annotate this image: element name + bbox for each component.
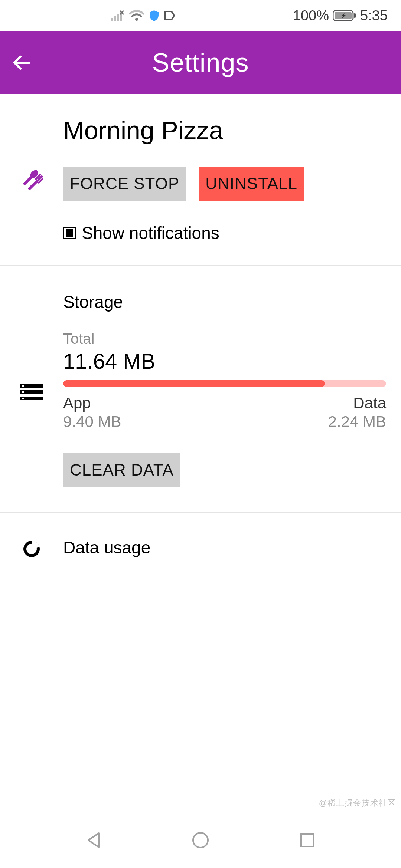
circle-home-icon (190, 830, 211, 850)
page-title: Settings (45, 48, 401, 78)
watermark: @稀土掘金技术社区 (319, 798, 396, 809)
storage-bar-fill (63, 380, 325, 387)
svg-rect-2 (117, 14, 119, 21)
show-notifications-label: Show notifications (82, 223, 219, 243)
nav-back-button[interactable] (81, 827, 107, 853)
svg-point-4 (135, 18, 138, 21)
battery-icon (333, 10, 356, 22)
clear-data-button[interactable]: CLEAR DATA (63, 453, 180, 487)
nav-home-button[interactable] (188, 827, 213, 853)
total-label: Total (63, 331, 386, 347)
status-right: 100% 5:35 (293, 8, 388, 24)
status-bar: 100% 5:35 (0, 0, 401, 31)
back-button[interactable] (0, 31, 45, 94)
data-size-value: 2.24 MB (328, 413, 386, 431)
force-stop-button[interactable]: FORCE STOP (63, 167, 186, 201)
storage-bar (63, 380, 386, 387)
app-actions: FORCE STOP UNINSTALL (63, 167, 386, 201)
app-name: Morning Pizza (63, 116, 386, 144)
data-usage-icon (22, 540, 41, 558)
arrow-left-icon (12, 52, 33, 73)
svg-rect-9 (23, 175, 33, 185)
content: Morning Pizza FORCE STOP UNINSTALL Show … (0, 94, 401, 558)
storage-app-col: App 9.40 MB (63, 394, 121, 431)
app-size-value: 9.40 MB (63, 413, 121, 431)
svg-rect-19 (301, 834, 314, 846)
show-notifications-toggle[interactable]: Show notifications (63, 223, 386, 243)
app-section: Morning Pizza FORCE STOP UNINSTALL Show … (0, 94, 401, 243)
no-signal-icon (111, 10, 124, 21)
app-size-label: App (63, 394, 121, 412)
status-left (111, 10, 175, 21)
data-usage-title: Data usage (63, 537, 386, 558)
svg-rect-14 (22, 385, 24, 387)
shield-icon (149, 10, 159, 21)
svg-rect-1 (114, 16, 116, 21)
square-recents-icon (297, 830, 317, 850)
storage-breakdown: App 9.40 MB Data 2.24 MB (63, 394, 386, 431)
restaurant-icon (20, 119, 43, 243)
system-nav-bar (0, 812, 401, 868)
wifi-icon (129, 10, 144, 21)
app-bar: Settings (0, 31, 401, 94)
checkbox-icon (63, 227, 76, 239)
storage-title: Storage (63, 292, 386, 312)
svg-rect-10 (27, 180, 38, 191)
data-size-label: Data (328, 394, 386, 412)
tag-icon (164, 10, 175, 21)
uninstall-button[interactable]: UNINSTALL (199, 167, 304, 201)
storage-section: Storage Total 11.64 MB App 9.40 MB Data … (0, 266, 401, 490)
svg-point-18 (193, 833, 208, 848)
svg-rect-16 (22, 398, 24, 399)
battery-percent: 100% (293, 8, 329, 24)
svg-rect-6 (354, 13, 356, 18)
svg-rect-15 (22, 391, 24, 393)
nav-recents-button[interactable] (294, 827, 320, 853)
clock: 5:35 (360, 8, 388, 24)
storage-data-col: Data 2.24 MB (328, 394, 386, 431)
storage-icon (20, 294, 43, 490)
total-value: 11.64 MB (63, 349, 386, 374)
data-usage-section[interactable]: Data usage (0, 513, 401, 558)
svg-rect-0 (111, 18, 113, 21)
triangle-back-icon (84, 830, 104, 850)
